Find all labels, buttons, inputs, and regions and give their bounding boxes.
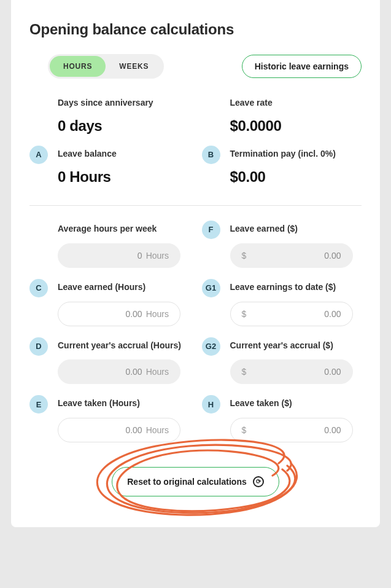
leave-earnings-to-date-label: Leave earnings to date ($) xyxy=(230,281,362,293)
badge-g1: G1 xyxy=(202,279,220,297)
current-accrual-hours-suffix: Hours xyxy=(146,367,169,377)
leave-taken-hours-input[interactable]: 0.00 Hours xyxy=(58,418,180,442)
leave-taken-dollars-cell: H Leave taken ($) $ 0.00 xyxy=(202,398,362,442)
badge-f: F xyxy=(202,221,220,239)
leave-taken-hours-value: 0.00 xyxy=(69,425,142,435)
leave-earned-dollars-cell: F Leave earned ($) $ 0.00 xyxy=(202,223,362,268)
termination-pay-cell: B Termination pay (incl. 0%) $0.00 xyxy=(202,148,362,186)
opening-balance-card: Opening balance calculations HOURS WEEKS… xyxy=(11,0,380,527)
refresh-icon: ⟳ xyxy=(253,476,264,487)
leave-rate-value: $0.0000 xyxy=(230,117,362,135)
current-accrual-dollars-input: $ 0.00 xyxy=(230,359,353,384)
days-since-anniversary-value: 0 days xyxy=(58,117,190,135)
leave-earned-dollars-prefix: $ xyxy=(242,251,247,261)
leave-taken-dollars-value: 0.00 xyxy=(246,425,341,435)
termination-pay-value: $0.00 xyxy=(230,168,362,186)
badge-g2: G2 xyxy=(202,337,220,356)
badge-a: A xyxy=(29,146,48,164)
leave-taken-dollars-input[interactable]: $ 0.00 xyxy=(230,418,353,442)
leave-earned-hours-input[interactable]: 0.00 Hours xyxy=(58,302,180,326)
segment-hours[interactable]: HOURS xyxy=(50,56,106,77)
reset-to-original-button[interactable]: Reset to original calculations ⟳ xyxy=(112,467,279,496)
avg-hours-per-week-cell: Average hours per week 0 Hours xyxy=(29,223,190,268)
leave-earned-hours-value: 0.00 xyxy=(69,309,142,319)
leave-earned-dollars-value: 0.00 xyxy=(246,251,341,261)
top-controls-row: HOURS WEEKS Historic leave earnings xyxy=(29,54,362,79)
leave-taken-hours-cell: E Leave taken (Hours) 0.00 Hours xyxy=(29,398,190,442)
avg-hours-per-week-suffix: Hours xyxy=(146,251,169,261)
current-accrual-dollars-prefix: $ xyxy=(242,367,247,377)
days-since-anniversary-cell: Days since anniversary 0 days xyxy=(29,97,190,135)
days-since-anniversary-label: Days since anniversary xyxy=(58,97,190,109)
leave-earned-hours-cell: C Leave earned (Hours) 0.00 Hours xyxy=(29,281,190,326)
leave-earned-hours-suffix: Hours xyxy=(146,309,169,319)
leave-earnings-to-date-value: 0.00 xyxy=(246,309,341,319)
avg-hours-per-week-value: 0 xyxy=(69,251,142,261)
current-accrual-hours-value: 0.00 xyxy=(69,367,142,377)
unit-segmented-control: HOURS WEEKS xyxy=(48,54,164,79)
current-accrual-dollars-value: 0.00 xyxy=(246,367,341,377)
avg-hours-per-week-input: 0 Hours xyxy=(58,243,180,268)
page-title: Opening balance calculations xyxy=(29,21,362,38)
historic-leave-earnings-button[interactable]: Historic leave earnings xyxy=(242,55,362,78)
leave-balance-cell: A Leave balance 0 Hours xyxy=(29,148,190,186)
leave-balance-value: 0 Hours xyxy=(58,168,190,186)
leave-taken-dollars-prefix: $ xyxy=(242,425,247,435)
leave-earned-hours-label: Leave earned (Hours) xyxy=(58,281,190,293)
current-accrual-dollars-label: Current year's accrual ($) xyxy=(230,340,362,351)
badge-h: H xyxy=(202,395,220,414)
leave-rate-label: Leave rate xyxy=(230,97,362,109)
leave-earnings-to-date-prefix: $ xyxy=(242,309,247,319)
leave-earned-dollars-label: Leave earned ($) xyxy=(230,223,362,235)
badge-d: D xyxy=(29,337,48,356)
leave-taken-dollars-label: Leave taken ($) xyxy=(230,398,362,409)
current-accrual-hours-cell: D Current year's accrual (Hours) 0.00 Ho… xyxy=(29,340,190,385)
current-accrual-hours-label: Current year's accrual (Hours) xyxy=(58,340,190,351)
leave-balance-label: Leave balance xyxy=(58,148,190,160)
leave-rate-cell: Leave rate $0.0000 xyxy=(202,97,362,135)
badge-b: B xyxy=(202,146,220,164)
leave-taken-hours-suffix: Hours xyxy=(146,425,169,435)
segment-weeks[interactable]: WEEKS xyxy=(106,56,162,77)
current-accrual-hours-input: 0.00 Hours xyxy=(58,359,180,384)
reset-button-wrap: Reset to original calculations ⟳ xyxy=(29,467,362,496)
leave-earned-dollars-input: $ 0.00 xyxy=(230,243,353,268)
termination-pay-label: Termination pay (incl. 0%) xyxy=(230,148,362,160)
leave-earnings-to-date-input[interactable]: $ 0.00 xyxy=(230,302,353,326)
leave-taken-hours-label: Leave taken (Hours) xyxy=(58,398,190,409)
badge-c: C xyxy=(29,279,48,297)
leave-earnings-to-date-cell: G1 Leave earnings to date ($) $ 0.00 xyxy=(202,281,362,326)
current-accrual-dollars-cell: G2 Current year's accrual ($) $ 0.00 xyxy=(202,340,362,385)
reset-button-label: Reset to original calculations xyxy=(127,477,247,487)
badge-e: E xyxy=(29,395,48,414)
calculations-grid: Days since anniversary 0 days Leave rate… xyxy=(29,97,362,442)
section-divider xyxy=(29,205,362,206)
avg-hours-per-week-label: Average hours per week xyxy=(58,223,190,235)
